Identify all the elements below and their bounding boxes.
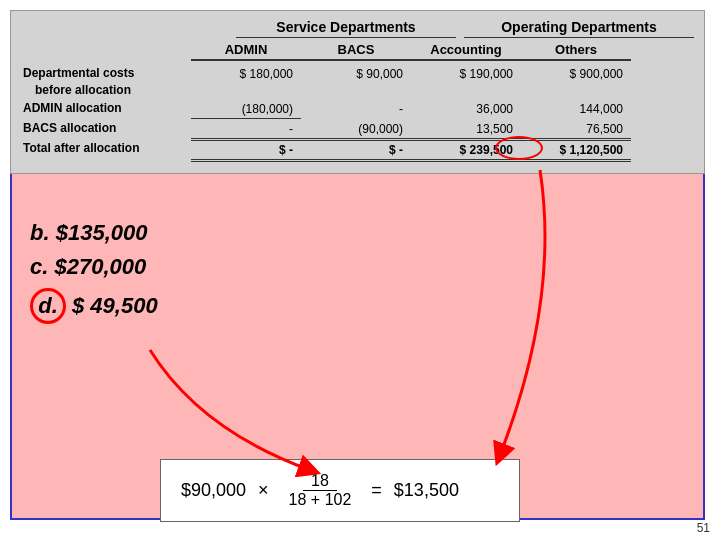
row-label-total: Total after allocation bbox=[21, 140, 191, 157]
cell-admin-total: $ - bbox=[191, 140, 301, 162]
answer-d: d. $ 49,500 bbox=[30, 288, 158, 324]
row-label-bacs-alloc: BACS allocation bbox=[21, 120, 191, 137]
cell-bacs-bacs: (90,000) bbox=[301, 120, 411, 139]
col-admin: ADMIN bbox=[191, 42, 301, 61]
allocation-table: Service Departments Operating Department… bbox=[10, 10, 705, 174]
formula-fraction: 18 18 + 102 bbox=[281, 472, 360, 509]
cell-accounting-dept: $ 190,000 bbox=[411, 65, 521, 83]
cell-bacs-admin: - bbox=[301, 100, 411, 118]
cell-bacs-total: $ - bbox=[301, 140, 411, 162]
page-number: 51 bbox=[697, 521, 710, 535]
answer-c-text: c. bbox=[30, 254, 48, 279]
fraction-denominator: 18 + 102 bbox=[281, 491, 360, 509]
cell-others-admin: 144,000 bbox=[521, 100, 631, 118]
cell-accounting-admin: 36,000 bbox=[411, 100, 521, 118]
cell-bacs-dept: $ 90,000 bbox=[301, 65, 411, 83]
selected-answer-circle: d. bbox=[30, 288, 66, 324]
fraction-numerator: 18 bbox=[303, 472, 337, 491]
row-label-dept-costs: Departmental costsbefore allocation bbox=[21, 65, 191, 99]
col-bacs: BACS bbox=[301, 42, 411, 61]
service-dept-header: Service Departments bbox=[236, 19, 456, 38]
table-row: ADMIN allocation (180,000) - 36,000 144,… bbox=[21, 100, 694, 119]
formula-result: $13,500 bbox=[394, 480, 459, 501]
cell-others-total: $ 1,120,500 bbox=[521, 140, 631, 162]
answer-b: b. $135,000 bbox=[30, 220, 158, 246]
answer-c-value: $270,000 bbox=[54, 254, 146, 279]
formula-multiply: × bbox=[258, 480, 269, 501]
col-others: Others bbox=[521, 42, 631, 61]
answer-options: b. $135,000 c. $270,000 d. $ 49,500 bbox=[30, 220, 158, 332]
empty-corner bbox=[21, 42, 191, 61]
formula-amount: $90,000 bbox=[181, 480, 246, 501]
col-accounting: Accounting bbox=[411, 42, 521, 61]
answer-d-letter: d. bbox=[38, 293, 58, 319]
table-title-row: Service Departments Operating Department… bbox=[21, 19, 694, 38]
answer-c: c. $270,000 bbox=[30, 254, 158, 280]
answer-b-text: b. bbox=[30, 220, 50, 245]
cell-accounting-total: $ 239,500 bbox=[411, 140, 521, 162]
row-label-admin-alloc: ADMIN allocation bbox=[21, 100, 191, 117]
column-headers: ADMIN BACS Accounting Others bbox=[21, 42, 694, 61]
answer-d-value: $ 49,500 bbox=[72, 293, 158, 319]
cell-others-bacs: 76,500 bbox=[521, 120, 631, 139]
cell-accounting-bacs: 13,500 bbox=[411, 120, 521, 139]
cell-others-dept: $ 900,000 bbox=[521, 65, 631, 83]
table-row-total: Total after allocation $ - $ - $ 239,500… bbox=[21, 140, 694, 162]
cell-admin-bacs: - bbox=[191, 120, 301, 139]
table-row: Departmental costsbefore allocation $ 18… bbox=[21, 65, 694, 99]
cell-admin-dept: $ 180,000 bbox=[191, 65, 301, 83]
table-row: BACS allocation - (90,000) 13,500 76,500 bbox=[21, 120, 694, 139]
formula-equals: = bbox=[371, 480, 382, 501]
operating-dept-header: Operating Departments bbox=[464, 19, 694, 38]
cell-admin-admin: (180,000) bbox=[191, 100, 301, 119]
formula-box: $90,000 × 18 18 + 102 = $13,500 bbox=[160, 459, 520, 522]
answer-b-value: $135,000 bbox=[56, 220, 148, 245]
